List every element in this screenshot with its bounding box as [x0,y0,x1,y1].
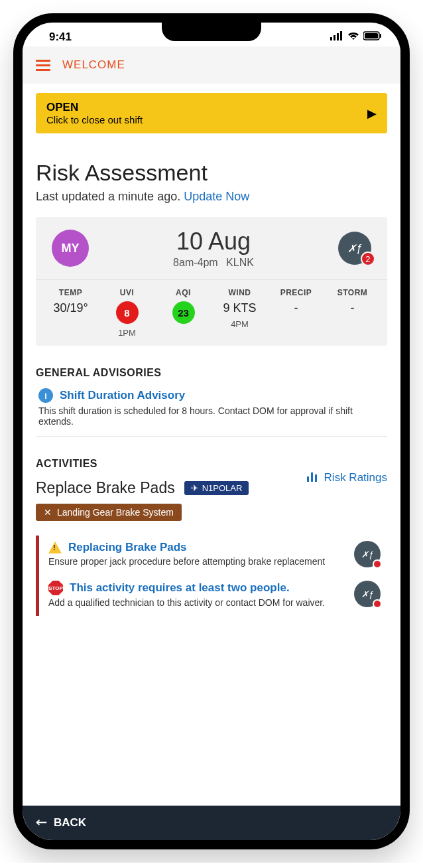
aircraft-tail: N1POLAR [202,483,243,493]
plane-icon: ✈ [191,483,198,493]
metric-uvi: UVI 8 1PM [99,288,155,338]
svg-rect-8 [311,472,313,482]
last-updated: Last updated a minute ago. Update Now [36,190,387,204]
shift-date: 10 Aug [170,228,257,255]
advisory-item: i Shift Duration Advisory This shift dur… [36,379,387,437]
advisories-heading: GENERAL ADVISORIES [36,367,387,379]
advisory-body: This shift duration is scheduled for 8 h… [38,405,387,427]
alert-body: Add a qualified technician to this activ… [48,597,347,608]
page-title: Risk Assessment [36,160,387,186]
activities-heading: ACTIVITIES [36,458,387,470]
status-icons [330,31,382,44]
aircraft-tag[interactable]: ✈ N1POLAR [184,481,249,495]
alert-list: Replacing Brake Pads Ensure proper jack … [36,536,387,616]
metric-aqi: AQI 23 [155,288,212,338]
back-label: BACK [54,816,86,830]
alert-signature[interactable]: ✗ƒ [354,581,381,607]
stop-icon: STOP [48,581,63,595]
header-title: WELCOME [62,58,125,72]
chevron-right-icon: ▶ [367,106,377,121]
metrics-row: TEMP 30/19° UVI 8 1PM AQI 23 WIND 9 KTS [36,279,387,346]
svg-rect-2 [337,33,339,40]
alert-signature[interactable]: ✗ƒ [354,541,381,567]
bar-chart-icon [306,470,319,485]
metric-storm: STORM - [324,288,381,338]
back-button[interactable]: 🡐 BACK [23,806,400,840]
svg-rect-9 [315,474,317,482]
wifi-icon [347,31,359,44]
signature-count: 2 [361,252,375,266]
warning-icon [48,542,62,553]
shift-banner[interactable]: OPEN Click to close out shift ▶ [36,93,387,133]
shift-time-range: 8am-4pm [173,257,218,268]
banner-subtitle: Click to close out shift [46,114,143,125]
metric-wind: WIND 9 KTS 4PM [212,288,268,338]
svg-rect-0 [330,37,332,40]
banner-title: OPEN [46,101,143,114]
update-now-link[interactable]: Update Now [184,190,249,203]
avatar[interactable]: MY [52,230,89,267]
tools-icon: ✕ [44,507,52,518]
app-header: WELCOME [23,46,400,84]
svg-rect-3 [340,31,342,40]
notch [162,23,261,41]
info-icon: i [38,388,53,403]
risk-ratings-link[interactable]: Risk Ratings [306,470,387,485]
system-tag[interactable]: ✕ Landing Gear Brake System [36,504,182,521]
battery-icon [363,31,382,44]
uvi-pill: 8 [116,301,139,324]
shift-card: MY 10 Aug 8am-4pm KLNK ✗ƒ 2 TEMP 30/19° [36,217,387,346]
system-tag-label: Landing Gear Brake System [57,507,174,518]
status-dot [373,599,382,609]
alert-item: STOP This activity requires at least two… [39,575,387,616]
svg-rect-1 [333,35,335,40]
shift-date-block: 10 Aug 8am-4pm KLNK [170,228,257,269]
signal-icon [330,31,343,44]
svg-rect-5 [365,33,378,38]
status-dot [373,559,382,569]
svg-rect-6 [380,34,381,38]
metric-precip: PRECIP - [268,288,324,338]
updated-text: Last updated a minute ago. [36,190,184,203]
svg-rect-7 [307,476,309,482]
aqi-pill: 23 [172,301,195,324]
metric-temp: TEMP 30/19° [42,288,99,338]
activity-name: Replace Brake Pads [36,479,175,497]
status-time: 9:41 [49,31,72,44]
advisory-title[interactable]: Shift Duration Advisory [60,389,185,402]
alert-body: Ensure proper jack procedure before atte… [48,556,347,567]
shift-location: KLNK [226,257,254,268]
alert-item: Replacing Brake Pads Ensure proper jack … [39,536,387,575]
risk-ratings-label: Risk Ratings [324,471,387,484]
content: OPEN Click to close out shift ▶ Risk Ass… [23,93,400,616]
activity-header: Replace Brake Pads ✈ N1POLAR ✕ Landing G… [36,470,387,521]
phone-frame: 9:41 WELCOME OPEN Click to close out shi… [13,13,410,849]
alert-title[interactable]: This activity requires at least two peop… [70,581,290,595]
menu-icon[interactable] [36,60,50,71]
signature-badge[interactable]: ✗ƒ 2 [338,232,371,265]
alert-title[interactable]: Replacing Brake Pads [68,541,187,554]
arrow-left-icon: 🡐 [36,816,47,830]
